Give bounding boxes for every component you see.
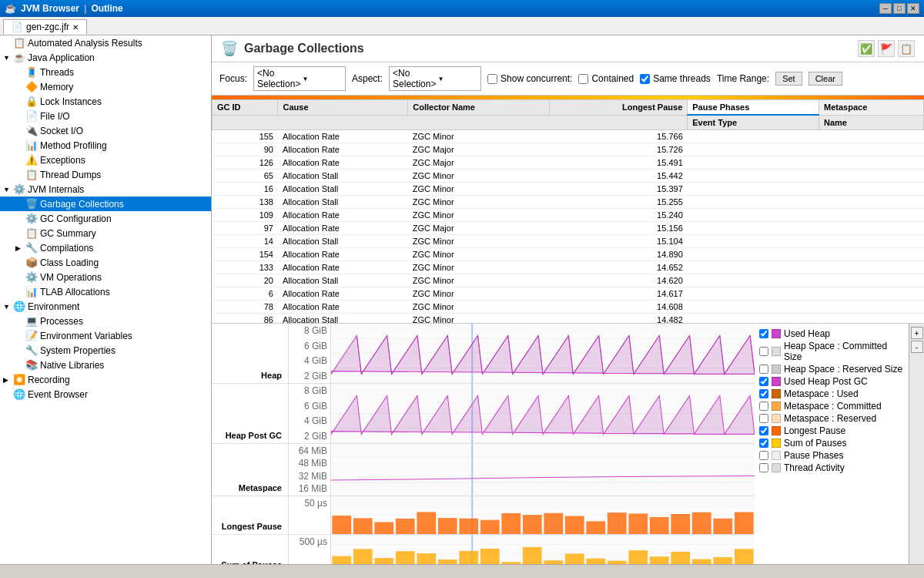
sidebar-item-recording[interactable]: ▶⏺️Recording <box>0 372 211 387</box>
legend-checkbox[interactable] <box>759 414 768 423</box>
table-row[interactable]: 78Allocation RateZGC Minor14.608 <box>213 301 924 314</box>
focus-select[interactable]: <No Selection> ▼ <box>253 66 346 91</box>
table-scroll[interactable]: GC ID Cause Collector Name Longest Pause… <box>212 99 924 323</box>
chart-canvas-longest-pause[interactable] <box>331 496 755 534</box>
legend-checkbox[interactable] <box>759 426 768 435</box>
minimize-button[interactable]: ─ <box>879 3 892 14</box>
sidebar-item-automated-analysis[interactable]: 📋Automated Analysis Results <box>0 35 211 50</box>
table-row[interactable]: 65Allocation StallZGC Minor15.442 <box>213 170 924 183</box>
table-row[interactable]: 16Allocation StallZGC Minor15.397 <box>213 183 924 196</box>
table-cell: ZGC Major <box>408 156 550 170</box>
chart-canvas-sum-of-pauses[interactable] <box>331 535 755 564</box>
sidebar-item-tlab-allocations[interactable]: 📊TLAB Allocations <box>0 284 211 299</box>
maximize-button[interactable]: □ <box>893 3 906 14</box>
sidebar-item-environment[interactable]: ▼🌐Environment <box>0 299 211 314</box>
table-row[interactable]: 109Allocation RateZGC Minor15.240 <box>213 209 924 222</box>
sidebar-item-thread-dumps[interactable]: 📋Thread Dumps <box>0 167 211 182</box>
sidebar-item-garbage-collections[interactable]: 🗑️Garbage Collections <box>0 197 211 211</box>
table-row[interactable]: 154Allocation RateZGC Minor14.890 <box>213 248 924 261</box>
chart-y-axis-metaspace: 64 MiB48 MiB32 MiB16 MiB <box>289 444 331 496</box>
table-row[interactable]: 6Allocation RateZGC Minor14.617 <box>213 287 924 301</box>
chart-canvas-heap[interactable] <box>331 324 755 383</box>
chart-canvas-heap-post-gc[interactable] <box>331 384 755 443</box>
focus-arrow: ▼ <box>302 76 342 82</box>
show-concurrent-checkbox[interactable] <box>487 74 497 84</box>
legend-checkbox[interactable] <box>759 451 768 460</box>
sidebar-item-lock-instances[interactable]: 🔒Lock Instances <box>0 94 211 109</box>
table-row[interactable]: 126Allocation RateZGC Major15.491 <box>213 156 924 170</box>
flag-button[interactable]: 🚩 <box>878 40 895 57</box>
outline-label: Outline <box>91 3 122 14</box>
sidebar-item-exceptions[interactable]: ⚠️Exceptions <box>0 153 211 167</box>
close-button[interactable]: ✕ <box>907 3 919 14</box>
sidebar-item-file-io[interactable]: 📄File I/O <box>0 109 211 123</box>
sidebar-icon-threads: 🧵 <box>25 66 38 78</box>
table-row[interactable]: 138Allocation StallZGC Minor15.255 <box>213 196 924 209</box>
table-cell: 126 <box>213 156 278 170</box>
copy-button[interactable]: 📋 <box>898 40 915 57</box>
sidebar-item-vm-operations[interactable]: ⚙️VM Operations <box>0 270 211 284</box>
table-cell: 15.255 <box>550 196 688 209</box>
legend-item: Heap Space : Committed Size <box>759 341 904 362</box>
sidebar-item-threads[interactable]: 🧵Threads <box>0 65 211 79</box>
table-row[interactable]: 97Allocation RateZGC Major15.156 <box>213 222 924 235</box>
sidebar-item-native-libraries[interactable]: 📚Native Libraries <box>0 358 211 372</box>
chart-canvas-metaspace[interactable] <box>331 444 755 496</box>
legend-checkbox[interactable] <box>759 365 768 374</box>
legend-color-box <box>772 329 781 338</box>
sidebar-item-environment-variables[interactable]: 📝Environment Variables <box>0 328 211 343</box>
tab-close-button[interactable]: ✕ <box>72 23 79 32</box>
sidebar-item-event-browser[interactable]: 🌐Event Browser <box>0 387 211 402</box>
contained-checkbox[interactable] <box>578 74 588 84</box>
legend-label: Metaspace : Reserved <box>784 413 876 424</box>
table-row[interactable]: 133Allocation RateZGC Minor14.652 <box>213 261 924 274</box>
chart-y-axis-longest-pause: 50 µs <box>289 496 331 534</box>
table-cell <box>819 196 924 209</box>
legend-color-box <box>772 463 781 472</box>
table-cell: ZGC Minor <box>408 261 550 274</box>
table-row[interactable]: 14Allocation StallZGC Minor15.104 <box>213 235 924 248</box>
tab-pause-phases[interactable]: Pause Phases <box>688 100 819 116</box>
header-actions: ✅ 🚩 📋 <box>858 40 915 57</box>
table-row[interactable]: 155Allocation RateZGC Minor15.766 <box>213 130 924 143</box>
check-button[interactable]: ✅ <box>858 40 875 57</box>
sidebar-item-java-application[interactable]: ▼☕Java Application <box>0 50 211 65</box>
table-row[interactable]: 20Allocation StallZGC Minor14.620 <box>213 274 924 287</box>
same-threads-checkbox[interactable] <box>640 74 650 84</box>
sidebar-item-system-properties[interactable]: 🔧System Properties <box>0 343 211 358</box>
table-cell: 14 <box>213 235 278 248</box>
legend-color-box <box>772 402 781 411</box>
table-row[interactable]: 86Allocation StallZGC Minor14.482 <box>213 314 924 324</box>
legend-checkbox[interactable] <box>759 347 768 356</box>
sidebar-item-gc-summary[interactable]: 📋GC Summary <box>0 226 211 240</box>
sidebar-icon-environment: 🌐 <box>13 301 25 312</box>
clear-button[interactable]: Clear <box>808 72 842 86</box>
right-toolbar-btn-2[interactable]: - <box>911 341 923 353</box>
tab-gen-zgc[interactable]: 📄 gen-zgc.jfr ✕ <box>3 19 87 35</box>
sidebar-item-class-loading[interactable]: 📦Class Loading <box>0 255 211 270</box>
legend-color-box <box>772 347 781 356</box>
legend-checkbox[interactable] <box>759 389 768 398</box>
sidebar-item-memory[interactable]: 🔶Memory <box>0 79 211 94</box>
sidebar-item-gc-configuration[interactable]: ⚙️GC Configuration <box>0 211 211 226</box>
tab-metaspace[interactable]: Metaspace <box>819 100 924 116</box>
sidebar-item-compilations[interactable]: ▶🔧Compilations <box>0 240 211 255</box>
sidebar-icon-method-profiling: 📊 <box>25 139 38 151</box>
table-cell <box>819 274 924 287</box>
title-bar: ☕ JVM Browser | Outline ─ □ ✕ <box>0 0 924 17</box>
legend-checkbox[interactable] <box>759 402 768 411</box>
legend-checkbox[interactable] <box>759 329 768 338</box>
aspect-select[interactable]: <No Selection> ▼ <box>389 66 481 91</box>
svg-rect-73 <box>713 557 732 564</box>
set-button[interactable]: Set <box>775 72 802 86</box>
sidebar-item-jvm-internals[interactable]: ▼⚙️JVM Internals <box>0 182 211 197</box>
legend-checkbox[interactable] <box>759 463 768 472</box>
svg-rect-36 <box>501 513 521 534</box>
table-row[interactable]: 90Allocation RateZGC Major15.726 <box>213 143 924 156</box>
sidebar-item-processes[interactable]: 💻Processes <box>0 314 211 328</box>
sidebar-item-socket-io[interactable]: 🔌Socket I/O <box>0 123 211 138</box>
sidebar-item-method-profiling[interactable]: 📊Method Profiling <box>0 138 211 153</box>
right-toolbar-btn-1[interactable]: + <box>911 327 923 339</box>
legend-checkbox[interactable] <box>759 439 768 448</box>
legend-checkbox[interactable] <box>759 377 768 386</box>
